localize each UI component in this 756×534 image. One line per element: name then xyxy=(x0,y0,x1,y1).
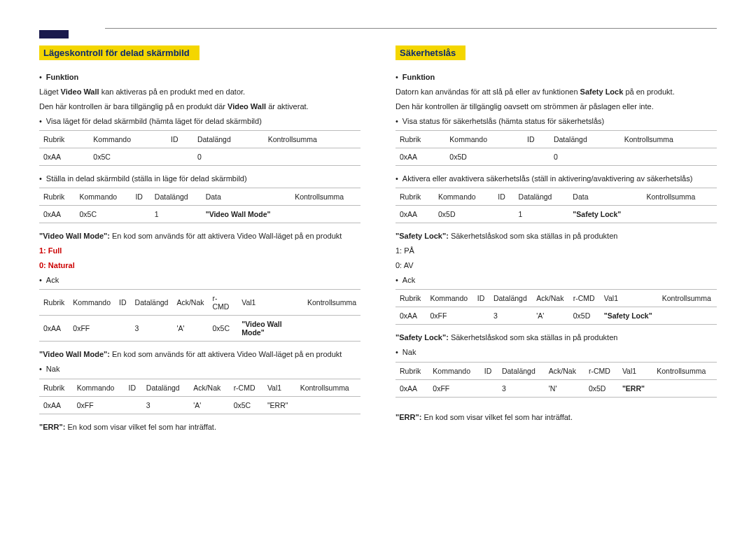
vwm-desc: "Video Wall Mode": En kod som används fö… xyxy=(39,230,360,242)
sl-desc: "Safety Lock": Säkerhetslåskod som ska s… xyxy=(396,230,717,242)
table-row: RubrikKommandoIDDatalängdAck/Nakr-CMDVal… xyxy=(39,290,360,316)
table-row: 0xAA0x5D1"Safety Lock" xyxy=(396,206,717,223)
function-desc-1: Läget Video Wall kan aktiveras på en pro… xyxy=(39,86,360,98)
opt-1: 1: Full xyxy=(39,245,360,257)
table-get-r: RubrikKommandoIDDatalängdKontrollsumma 0… xyxy=(396,130,717,166)
err-desc-r: "ERR": En kod som visar vilket fel som h… xyxy=(396,412,717,423)
table-row: RubrikKommandoIDDatalängdAck/Nakr-CMDVal… xyxy=(396,362,717,379)
opt-0: 0: Natural xyxy=(39,260,360,272)
function-desc-2: Den här kontrollen är bara tillgänglig p… xyxy=(39,101,360,113)
table-row: RubrikKommandoIDDatalängdDataKontrollsum… xyxy=(39,188,360,206)
page: Lägeskontroll för delad skärmbild Funkti… xyxy=(0,0,756,457)
section-title-left: Lägeskontroll för delad skärmbild xyxy=(39,45,200,60)
table-row: 0xAA0xFF3'A'0x5D"Safety Lock" xyxy=(396,307,717,325)
ack-heading: Ack xyxy=(39,274,360,286)
vwm2-desc: "Video Wall Mode": En kod som används fö… xyxy=(39,349,360,360)
right-column: Säkerhetslås Funktion Datorn kan använda… xyxy=(396,45,717,436)
table-row: RubrikKommandoIDDatalängdAck/Nakr-CMDVal… xyxy=(39,379,360,396)
table-ack: RubrikKommandoIDDatalängdAck/Nakr-CMDVal… xyxy=(39,289,360,342)
table-row: 0xAA0xFF3'A'0x5C"ERR" xyxy=(39,396,360,414)
table-nak: RubrikKommandoIDDatalängdAck/Nakr-CMDVal… xyxy=(39,379,360,414)
set-heading-r: Aktivera eller avaktivera säkerhetslås (… xyxy=(396,173,717,185)
table-set: RubrikKommandoIDDatalängdDataKontrollsum… xyxy=(39,188,360,223)
table-get: RubrikKommandoIDDatalängdKontrollsumma 0… xyxy=(39,130,360,166)
header-color-block xyxy=(39,30,69,38)
table-row: RubrikKommandoIDDatalängdKontrollsumma xyxy=(39,131,360,148)
table-row: 0xAA0x5C0 xyxy=(39,148,360,166)
opt-0-r: 0: AV xyxy=(396,260,717,272)
header-rule xyxy=(105,28,717,29)
function-desc-r2: Den här kontrollen är tillgänglig oavset… xyxy=(396,101,717,113)
get-heading: Visa läget för delad skärmbild (hämta lä… xyxy=(39,115,360,127)
table-row: 0xAA0x5C1"Video Wall Mode" xyxy=(39,206,360,223)
table-row: RubrikKommandoIDDatalängdDataKontrollsum… xyxy=(396,188,717,206)
table-ack-r: RubrikKommandoIDDatalängdAck/Nakr-CMDVal… xyxy=(396,289,717,325)
get-heading-r: Visa status för säkerhetslås (hämta stat… xyxy=(396,115,717,127)
table-row: RubrikKommandoIDDatalängdKontrollsumma xyxy=(396,131,717,148)
nak-heading-r: Nak xyxy=(396,346,717,358)
table-set-r: RubrikKommandoIDDatalängdDataKontrollsum… xyxy=(396,188,717,223)
two-column-layout: Lägeskontroll för delad skärmbild Funkti… xyxy=(39,45,717,436)
ack-heading-r: Ack xyxy=(396,274,717,286)
table-nak-r: RubrikKommandoIDDatalängdAck/Nakr-CMDVal… xyxy=(396,362,717,398)
function-desc-r1: Datorn kan användas för att slå på eller… xyxy=(396,86,717,98)
table-row: 0xAA0xFF3'N'0x5D"ERR" xyxy=(396,379,717,397)
function-heading: Funktion xyxy=(39,71,360,83)
table-row: 0xAA0xFF3'A'0x5C"Video Wall Mode" xyxy=(39,316,360,342)
function-heading-r: Funktion xyxy=(396,71,717,83)
table-row: 0xAA0x5D0 xyxy=(396,148,717,166)
nak-heading: Nak xyxy=(39,363,360,375)
set-heading: Ställa in delad skärmbild (ställa in läg… xyxy=(39,173,360,185)
left-column: Lägeskontroll för delad skärmbild Funkti… xyxy=(39,45,360,436)
sl2-desc: "Safety Lock": Säkerhetslåskod som ska s… xyxy=(396,332,717,344)
opt-1-r: 1: PÅ xyxy=(396,245,717,257)
table-row: RubrikKommandoIDDatalängdAck/Nakr-CMDVal… xyxy=(396,290,717,307)
err-desc: "ERR": En kod som visar vilket fel som h… xyxy=(39,421,360,433)
section-title-right: Säkerhetslås xyxy=(396,45,465,60)
